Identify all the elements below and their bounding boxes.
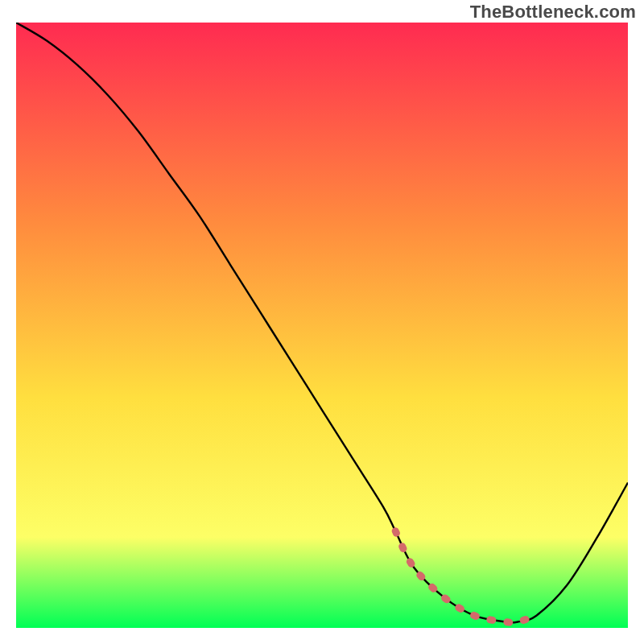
bottleneck-plot [0, 0, 644, 644]
watermark-text: TheBottleneck.com [470, 2, 636, 23]
chart-stage: TheBottleneck.com [0, 0, 644, 644]
plot-background [16, 23, 628, 628]
frame-left [0, 0, 16, 644]
frame-bottom [0, 628, 644, 644]
frame-right [628, 0, 644, 644]
